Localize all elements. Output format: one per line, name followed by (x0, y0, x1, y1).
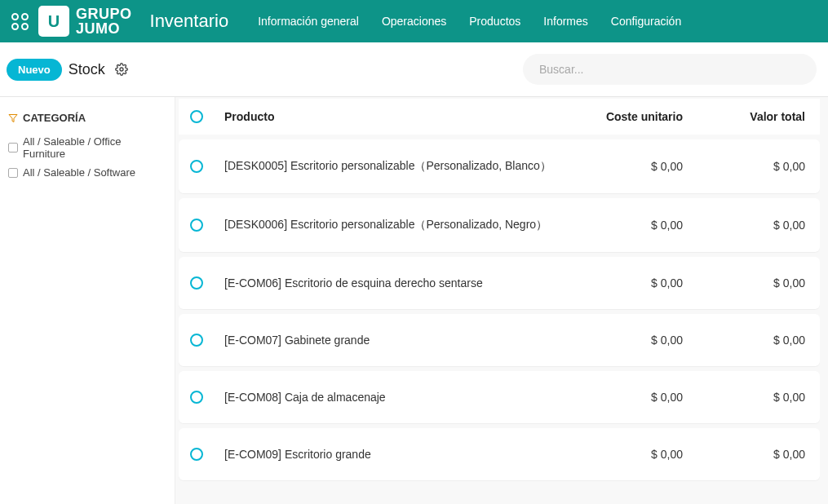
cell-product: [DESK0005] Escritorio personalizable（Per… (224, 159, 560, 174)
app-name: Inventario (150, 11, 229, 32)
main-content: Producto Coste unitario Valor total [DES… (175, 97, 828, 504)
cell-product: [DESK0006] Escritorio personalizable（Per… (224, 218, 560, 232)
logo-mark: U (38, 6, 69, 37)
svg-marker-1 (9, 114, 17, 122)
nav-item-overview[interactable]: Información general (258, 15, 359, 28)
row-radio[interactable] (190, 334, 203, 347)
cell-total-value: $ 0,00 (683, 448, 805, 461)
nav-item-reports[interactable]: Informes (543, 15, 587, 28)
funnel-icon (8, 113, 18, 123)
row-radio[interactable] (190, 391, 203, 404)
row-radio[interactable] (190, 276, 203, 290)
checkbox-icon[interactable] (8, 143, 18, 153)
table-row[interactable]: [E-COM07] Gabinete grande$ 0,00$ 0,00 (179, 314, 820, 366)
search-box[interactable] (523, 54, 817, 85)
filter-title: CATEGORÍA (23, 112, 86, 124)
column-total-value[interactable]: Valor total (683, 110, 805, 123)
brand-line2: JUMO (76, 21, 132, 36)
row-radio[interactable] (190, 448, 203, 461)
nav-item-products[interactable]: Productos (469, 15, 520, 28)
search-input[interactable] (539, 63, 800, 76)
cell-total-value: $ 0,00 (683, 160, 805, 173)
breadcrumb: Stock (69, 61, 105, 78)
filter-label: All / Saleable / Office Furniture (23, 135, 166, 160)
cell-product: [E-COM06] Escritorio de esquina derecho … (224, 276, 560, 290)
sub-header: Nuevo Stock (0, 42, 828, 97)
brand-line1: GRUPO (76, 7, 132, 21)
row-radio[interactable] (190, 160, 203, 173)
filter-item-software[interactable]: All / Saleable / Software (8, 163, 166, 182)
table-row[interactable]: [E-COM06] Escritorio de esquina derecho … (179, 257, 820, 309)
select-all-radio[interactable] (190, 110, 203, 123)
table-row[interactable]: [DESK0006] Escritorio personalizable（Per… (179, 198, 820, 252)
table-row[interactable]: [E-COM08] Caja de almacenaje$ 0,00$ 0,00 (179, 371, 820, 423)
svg-point-0 (120, 68, 123, 71)
cell-total-value: $ 0,00 (683, 276, 805, 290)
checkbox-icon[interactable] (8, 168, 18, 178)
cell-product: [E-COM09] Escritorio grande (224, 448, 560, 461)
table-header: Producto Coste unitario Valor total (179, 99, 820, 135)
filter-sidebar: CATEGORÍA All / Saleable / Office Furnit… (0, 97, 175, 504)
cell-total-value: $ 0,00 (683, 219, 805, 232)
cell-unit-cost: $ 0,00 (560, 276, 683, 290)
cell-unit-cost: $ 0,00 (560, 334, 683, 347)
column-product[interactable]: Producto (224, 110, 560, 123)
filter-label: All / Saleable / Software (23, 166, 135, 179)
cell-product: [E-COM07] Gabinete grande (224, 334, 560, 347)
filter-item-office-furniture[interactable]: All / Saleable / Office Furniture (8, 132, 166, 163)
apps-icon[interactable] (11, 13, 29, 30)
main-header: U GRUPO JUMO Inventario Información gene… (0, 0, 828, 42)
nav-item-config[interactable]: Configuración (611, 15, 681, 28)
cell-product: [E-COM08] Caja de almacenaje (224, 391, 560, 404)
table-row[interactable]: [E-COM09] Escritorio grande$ 0,00$ 0,00 (179, 428, 820, 480)
cell-total-value: $ 0,00 (683, 391, 805, 404)
column-unit-cost[interactable]: Coste unitario (560, 110, 683, 123)
new-button[interactable]: Nuevo (7, 59, 62, 81)
gear-icon[interactable] (115, 63, 128, 76)
cell-unit-cost: $ 0,00 (560, 391, 683, 404)
cell-total-value: $ 0,00 (683, 334, 805, 347)
row-radio[interactable] (190, 219, 203, 232)
table-row[interactable]: [DESK0005] Escritorio personalizable（Per… (179, 139, 820, 193)
filter-header: CATEGORÍA (8, 112, 166, 124)
cell-unit-cost: $ 0,00 (560, 448, 683, 461)
cell-unit-cost: $ 0,00 (560, 219, 683, 232)
cell-unit-cost: $ 0,00 (560, 160, 683, 173)
main-nav: Información general Operaciones Producto… (258, 15, 681, 28)
nav-item-operations[interactable]: Operaciones (382, 15, 446, 28)
brand-logo[interactable]: U GRUPO JUMO (38, 6, 132, 37)
